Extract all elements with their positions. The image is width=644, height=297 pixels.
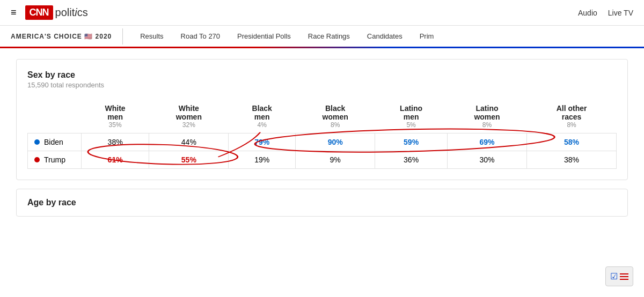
biden-white-women: 44%	[149, 133, 229, 151]
nav-divider	[122, 28, 123, 44]
sex-by-race-section: Sex by race 15,590 total respondents Whi…	[16, 59, 628, 180]
col-latino-women: Latinowomen8%	[447, 100, 526, 133]
biden-white-men: 38%	[82, 133, 149, 151]
trump-black-women: 9%	[296, 151, 375, 169]
header-left: ≡ CNN politics	[11, 5, 88, 20]
table-wrapper: Whitemen35% Whitewomen32% Blackmen4% Bla…	[27, 100, 617, 169]
col-latino-men: Latinomen5%	[375, 100, 448, 133]
biden-latino-men: 59%	[375, 133, 448, 151]
header-right: Audio Live TV	[578, 9, 633, 17]
biden-row: Biden 38% 44% 79% 90% 59% 69% 58%	[28, 133, 617, 151]
trump-name: Trump	[44, 155, 65, 164]
trump-label: Trump	[28, 151, 82, 169]
section-title: Sex by race	[27, 70, 617, 80]
nav-prim[interactable]: Prim	[411, 26, 443, 47]
trump-dot	[34, 157, 40, 162]
nav-candidates[interactable]: Candidates	[358, 26, 411, 47]
main-content: Sex by race 15,590 total respondents Whi…	[0, 48, 644, 236]
nav-brand: AMERICA'S CHOICE 🇺🇸 2020	[11, 27, 112, 46]
trump-row: Trump 61% 55% 19% 9% 36% 30% 38%	[28, 151, 617, 169]
cnn-logo: CNN	[25, 5, 53, 20]
col-white-women: Whitewomen32%	[149, 100, 229, 133]
nav-links: Results Road To 270 Presidential Polls R…	[131, 26, 442, 47]
audio-link[interactable]: Audio	[578, 9, 597, 17]
section-subtitle: 15,590 total respondents	[27, 81, 617, 89]
col-white-men: Whitemen35%	[82, 100, 149, 133]
trump-black-men: 19%	[229, 151, 296, 169]
top-header: ≡ CNN politics Audio Live TV	[0, 0, 644, 26]
nav-race-ratings[interactable]: Race Ratings	[299, 26, 358, 47]
col-black-men: Blackmen4%	[229, 100, 296, 133]
empty-header	[28, 100, 82, 133]
trump-latino-men: 36%	[375, 151, 448, 169]
biden-black-men: 79%	[229, 133, 296, 151]
hamburger-menu[interactable]: ≡	[11, 7, 17, 18]
biden-all-other: 58%	[527, 133, 617, 151]
trump-latino-women: 30%	[447, 151, 526, 169]
nav-road-to-270[interactable]: Road To 270	[172, 26, 229, 47]
nav-results[interactable]: Results	[131, 26, 172, 47]
age-by-race-section: Age by race	[16, 189, 628, 217]
livetv-link[interactable]: Live TV	[608, 9, 633, 17]
trump-white-men: 61%	[82, 151, 149, 169]
trump-white-women: 55%	[149, 151, 229, 169]
brand-text: AMERICA'S CHOICE 🇺🇸 2020	[11, 33, 112, 40]
age-section-title: Age by race	[27, 198, 617, 207]
biden-dot	[34, 139, 40, 145]
data-table: Whitemen35% Whitewomen32% Blackmen4% Bla…	[27, 100, 617, 169]
cnn-politics-logo: CNN politics	[25, 5, 88, 20]
col-all-other: All otherraces8%	[527, 100, 617, 133]
biden-latino-women: 69%	[447, 133, 526, 151]
nav-presidential-polls[interactable]: Presidential Polls	[229, 26, 299, 47]
biden-name: Biden	[44, 138, 63, 146]
biden-black-women: 90%	[296, 133, 375, 151]
trump-all-other: 38%	[527, 151, 617, 169]
table-header-row: Whitemen35% Whitewomen32% Blackmen4% Bla…	[28, 100, 617, 133]
politics-label: politics	[55, 6, 88, 19]
col-black-women: Blackwomen8%	[296, 100, 375, 133]
nav-bar: AMERICA'S CHOICE 🇺🇸 2020 Results Road To…	[0, 26, 644, 48]
biden-label: Biden	[28, 133, 82, 151]
